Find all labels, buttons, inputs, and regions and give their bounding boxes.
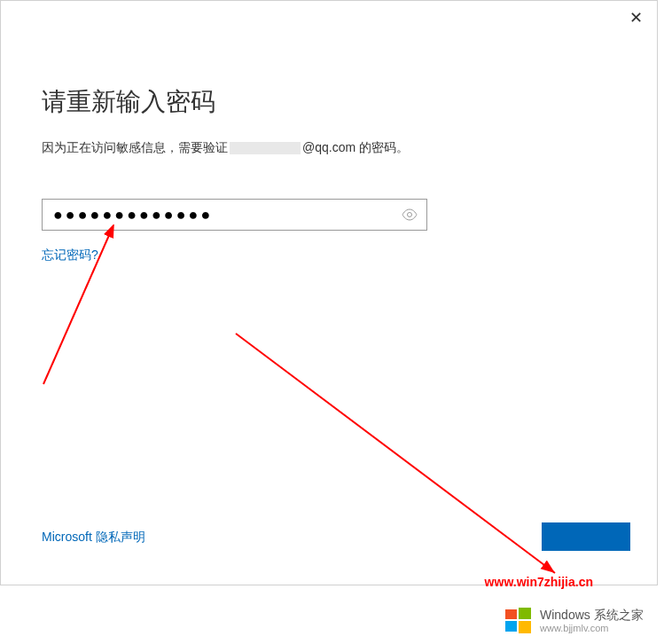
email-suffix: @qq.com: [302, 140, 355, 154]
dialog-title: 请重新输入密码: [42, 85, 616, 119]
subtitle-prefix: 因为正在访问敏感信息，需要验证: [42, 140, 228, 154]
close-icon: ✕: [629, 9, 643, 27]
watermark-url: www.win7zhijia.cn: [485, 575, 593, 589]
annotation-arrow-2: [231, 329, 568, 595]
eye-icon: [402, 208, 418, 221]
watermark-brand-sub: www.bjjmlv.com: [540, 623, 644, 634]
reveal-password-icon[interactable]: [401, 206, 418, 224]
watermark-brand-main: Windows 系统之家: [540, 608, 644, 623]
watermark-text: Windows 系统之家 www.bjjmlv.com: [540, 608, 644, 634]
svg-rect-5: [505, 621, 517, 632]
password-field-wrapper: [42, 199, 427, 231]
forgot-password-link[interactable]: 忘记密码?: [42, 247, 98, 263]
privacy-link[interactable]: Microsoft 隐私声明: [42, 530, 145, 546]
dialog-content: 请重新输入密码 因为正在访问敏感信息，需要验证@qq.com 的密码。 忘记密码…: [1, 1, 657, 263]
subtitle-suffix: 的密码。: [355, 140, 409, 154]
svg-line-2: [236, 334, 555, 573]
svg-rect-6: [519, 621, 531, 633]
svg-rect-3: [505, 609, 517, 619]
password-dialog: ✕ 请重新输入密码 因为正在访问敏感信息，需要验证@qq.com 的密码。 忘记…: [0, 0, 658, 585]
windows-logo-icon: [503, 605, 535, 637]
svg-rect-4: [519, 608, 531, 619]
close-button[interactable]: ✕: [629, 10, 643, 26]
dialog-subtitle: 因为正在访问敏感信息，需要验证@qq.com 的密码。: [42, 140, 616, 156]
password-input[interactable]: [42, 199, 427, 231]
next-button[interactable]: [542, 522, 630, 551]
redacted-email-user: [230, 142, 301, 154]
watermark-brand: Windows 系统之家 www.bjjmlv.com: [496, 598, 664, 644]
svg-point-0: [408, 213, 412, 217]
